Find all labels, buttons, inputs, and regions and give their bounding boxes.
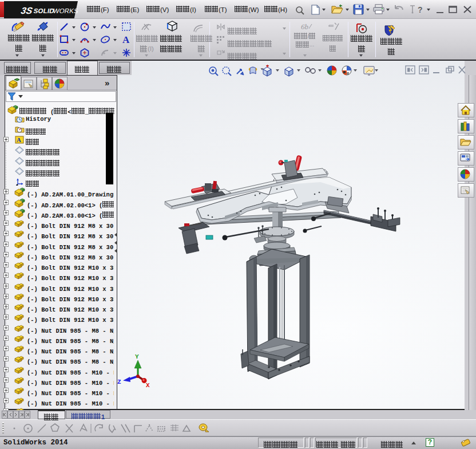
svg-text:X: X (146, 382, 150, 389)
svg-text:6b: 6b (301, 22, 309, 31)
svg-text:WORKS: WORKS (53, 7, 78, 14)
svg-text:3S: 3S (20, 5, 34, 15)
svg-text:Y: Y (135, 353, 139, 360)
svg-text:?: ? (418, 5, 423, 14)
svg-text:A: A (17, 136, 21, 143)
svg-text:A: A (122, 34, 130, 45)
svg-text:Z: Z (117, 379, 121, 385)
svg-text:SOLID: SOLID (33, 7, 55, 14)
